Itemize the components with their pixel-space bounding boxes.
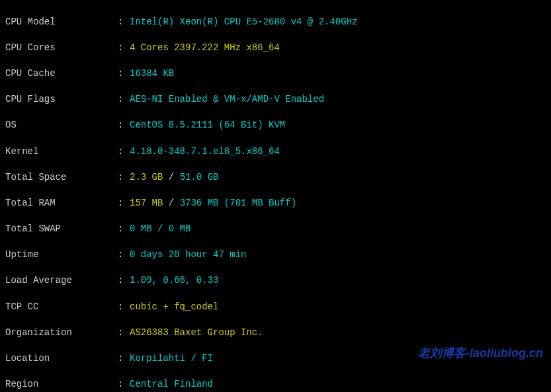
- total-ram-total: 3736 MB: [180, 198, 219, 208]
- org-value: AS26383 Baxet Group Inc.: [130, 327, 263, 338]
- org-label: Organization: [5, 327, 118, 340]
- region-value: Central Finland: [130, 379, 213, 389]
- load-value: 1.09, 0.66, 0.33: [130, 275, 218, 286]
- os-label: OS: [5, 119, 118, 132]
- region-label: Region: [5, 378, 118, 391]
- cpu-cores-label: CPU Cores: [5, 42, 118, 55]
- tcp-value: cubic + fq_codel: [130, 301, 218, 312]
- total-ram-label: Total RAM: [5, 197, 118, 210]
- load-label: Load Average: [5, 274, 118, 288]
- tcp-label: TCP CC: [5, 301, 118, 314]
- watermark: 老刘博客-laoliublog.cn: [418, 345, 543, 362]
- loc-label: Location: [5, 352, 118, 366]
- cpu-flags-value: AES-NI Enabled & VM-x/AMD-V Enabled: [130, 94, 324, 104]
- kernel-value: 4.18.0-348.7.1.el8_5.x86_64: [130, 146, 280, 157]
- loc-value: Korpilahti / FI: [130, 353, 213, 364]
- cpu-cache-label: CPU Cache: [5, 67, 118, 81]
- total-space-total: 51.0 GB: [180, 172, 219, 182]
- total-ram-buff: (701 MB Buff): [218, 198, 296, 208]
- uptime-value: 0 days 20 hour 47 min: [130, 249, 246, 260]
- total-swap-value: 0 MB / 0 MB: [130, 223, 191, 234]
- cpu-model-label: CPU Model: [5, 16, 118, 29]
- cpu-model-value: Intel(R) Xeon(R) CPU E5-2680 v4 @ 2.40GH…: [130, 17, 357, 27]
- total-ram-used: 157 MB: [130, 198, 163, 208]
- cpu-flags-label: CPU Flags: [5, 93, 118, 106]
- cpu-cache-value: 16384 KB: [130, 68, 174, 79]
- kernel-label: Kernel: [5, 145, 118, 159]
- total-swap-label: Total SWAP: [5, 223, 118, 236]
- cpu-cores-value: 4 Cores 2397.222 MHz x86_64: [130, 42, 280, 53]
- total-space-label: Total Space: [5, 171, 118, 184]
- terminal-output: CPU Model: Intel(R) Xeon(R) CPU E5-2680 …: [0, 0, 551, 392]
- total-space-used: 2.3 GB: [130, 172, 163, 182]
- os-value: CentOS 8.5.2111 (64 Bit) KVM: [130, 120, 285, 130]
- uptime-label: Uptime: [5, 249, 118, 262]
